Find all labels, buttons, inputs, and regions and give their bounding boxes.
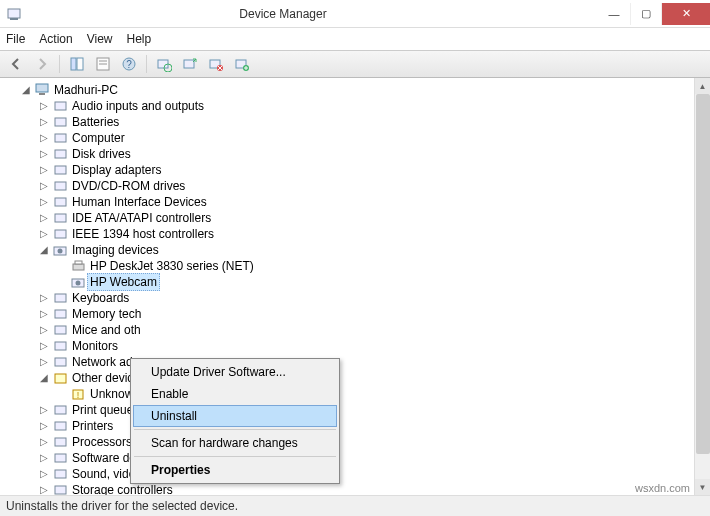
tree-node[interactable]: ▷Software devices	[2, 450, 708, 466]
tree-node[interactable]: ▷IDE ATA/ATAPI controllers	[2, 210, 708, 226]
collapse-icon[interactable]: ◢	[38, 370, 50, 386]
ctx-uninstall[interactable]: Uninstall	[133, 405, 337, 427]
ctx-update-driver[interactable]: Update Driver Software...	[133, 361, 337, 383]
titlebar: Device Manager — ▢ ✕	[0, 0, 710, 28]
tree-node-unknown[interactable]: ! Unknown device	[2, 386, 708, 402]
expand-icon[interactable]: ▷	[38, 194, 50, 210]
tree-node[interactable]: ▷DVD/CD-ROM drives	[2, 178, 708, 194]
menu-file[interactable]: File	[6, 32, 25, 46]
tree-node[interactable]: ▷Batteries	[2, 114, 708, 130]
tree-node[interactable]: ▷Mice and oth	[2, 322, 708, 338]
tree-node[interactable]: ▷Display adapters	[2, 162, 708, 178]
expand-icon[interactable]: ▷	[38, 178, 50, 194]
tree-node[interactable]: ▷Disk drives	[2, 146, 708, 162]
nav-back-button[interactable]	[4, 52, 28, 76]
expand-icon[interactable]: ▷	[38, 402, 50, 418]
expand-icon[interactable]: ▷	[38, 146, 50, 162]
tree-node-deskjet[interactable]: HP DeskJet 3830 series (NET)	[2, 258, 708, 274]
device-icon	[53, 290, 69, 306]
menubar: File Action View Help	[0, 28, 710, 50]
tree-node[interactable]: ▷Human Interface Devices	[2, 194, 708, 210]
toolbar: ?	[0, 50, 710, 78]
printer-icon	[71, 258, 87, 274]
ctx-scan-hardware[interactable]: Scan for hardware changes	[133, 432, 337, 454]
expand-icon[interactable]: ▷	[38, 162, 50, 178]
expand-icon[interactable]: ▷	[38, 130, 50, 146]
svg-rect-48	[55, 486, 66, 494]
expand-icon[interactable]: ▷	[38, 418, 50, 434]
tree-node[interactable]: ▷IEEE 1394 host controllers	[2, 226, 708, 242]
device-icon	[53, 418, 69, 434]
tree-node-label: HP DeskJet 3830 series (NET)	[90, 258, 254, 274]
device-icon	[53, 210, 69, 226]
close-button[interactable]: ✕	[662, 3, 710, 25]
device-icon	[53, 98, 69, 114]
status-text: Uninstalls the driver for the selected d…	[6, 499, 238, 513]
expand-icon[interactable]: ▷	[38, 306, 50, 322]
tree-root[interactable]: ◢ Madhuri-PC	[2, 82, 708, 98]
svg-rect-37	[55, 326, 66, 334]
vertical-scrollbar[interactable]: ▲ ▼	[694, 78, 710, 495]
help-button[interactable]: ?	[117, 52, 141, 76]
expand-icon[interactable]: ▷	[38, 210, 50, 226]
expand-icon[interactable]: ▷	[38, 226, 50, 242]
scroll-thumb[interactable]	[696, 94, 710, 454]
tree-node-imaging[interactable]: ◢ Imaging devices	[2, 242, 708, 258]
expand-icon[interactable]: ▷	[38, 322, 50, 338]
expand-icon[interactable]: ▷	[38, 434, 50, 450]
menu-action[interactable]: Action	[39, 32, 72, 46]
svg-rect-3	[77, 58, 83, 70]
minimize-button[interactable]: —	[598, 3, 630, 25]
tree-node[interactable]: ▷Printers	[2, 418, 708, 434]
collapse-icon[interactable]: ◢	[38, 242, 50, 258]
tree-node[interactable]: ▷Sound, video and game controllers	[2, 466, 708, 482]
collapse-icon[interactable]: ◢	[20, 82, 32, 98]
tree-node-webcam-selected[interactable]: HP Webcam	[2, 274, 708, 290]
ctx-enable[interactable]: Enable	[133, 383, 337, 405]
uninstall-button[interactable]	[204, 52, 228, 76]
show-hide-tree-button[interactable]	[65, 52, 89, 76]
tree-node[interactable]: ▷Audio inputs and outputs	[2, 98, 708, 114]
tree-view[interactable]: ◢ Madhuri-PC ▷Audio inputs and outputs▷B…	[0, 78, 710, 496]
expand-icon[interactable]: ▷	[38, 450, 50, 466]
tree-node[interactable]: ▷Monitors	[2, 338, 708, 354]
tree-node[interactable]: ▷Processors	[2, 434, 708, 450]
menu-help[interactable]: Help	[127, 32, 152, 46]
properties-button[interactable]	[91, 52, 115, 76]
tree-node[interactable]: ▷Memory tech	[2, 306, 708, 322]
svg-rect-2	[71, 58, 76, 70]
scan-hardware-button[interactable]	[152, 52, 176, 76]
tree-node-label: Disk drives	[72, 146, 131, 162]
svg-rect-24	[55, 166, 66, 174]
device-icon	[53, 306, 69, 322]
expand-icon[interactable]: ▷	[38, 466, 50, 482]
tree-node-other[interactable]: ◢ Other device	[2, 370, 708, 386]
camera-icon	[53, 242, 69, 258]
tree-node[interactable]: ▷Storage controllers	[2, 482, 708, 496]
nav-forward-button[interactable]	[30, 52, 54, 76]
tree-node[interactable]: ▷Network ada	[2, 354, 708, 370]
tree-node-label: IDE ATA/ATAPI controllers	[72, 210, 211, 226]
svg-rect-45	[55, 438, 66, 446]
ctx-properties[interactable]: Properties	[133, 459, 337, 481]
menu-view[interactable]: View	[87, 32, 113, 46]
expand-icon[interactable]: ▷	[38, 338, 50, 354]
scroll-down-button[interactable]: ▼	[695, 479, 710, 495]
svg-rect-44	[55, 422, 66, 430]
expand-icon[interactable]: ▷	[38, 354, 50, 370]
tree-node[interactable]: ▷Computer	[2, 130, 708, 146]
expand-icon[interactable]: ▷	[38, 114, 50, 130]
enable-button[interactable]	[178, 52, 202, 76]
expand-icon[interactable]: ▷	[38, 482, 50, 496]
tree-node[interactable]: ▷Print queues	[2, 402, 708, 418]
device-icon	[53, 162, 69, 178]
expand-icon[interactable]: ▷	[38, 290, 50, 306]
tree-node-label: DVD/CD-ROM drives	[72, 178, 185, 194]
scroll-up-button[interactable]: ▲	[695, 78, 710, 94]
tree-node[interactable]: ▷Keyboards	[2, 290, 708, 306]
device-icon	[53, 402, 69, 418]
maximize-button[interactable]: ▢	[630, 3, 662, 25]
expand-icon[interactable]: ▷	[38, 98, 50, 114]
svg-rect-32	[75, 261, 82, 264]
update-driver-button[interactable]	[230, 52, 254, 76]
